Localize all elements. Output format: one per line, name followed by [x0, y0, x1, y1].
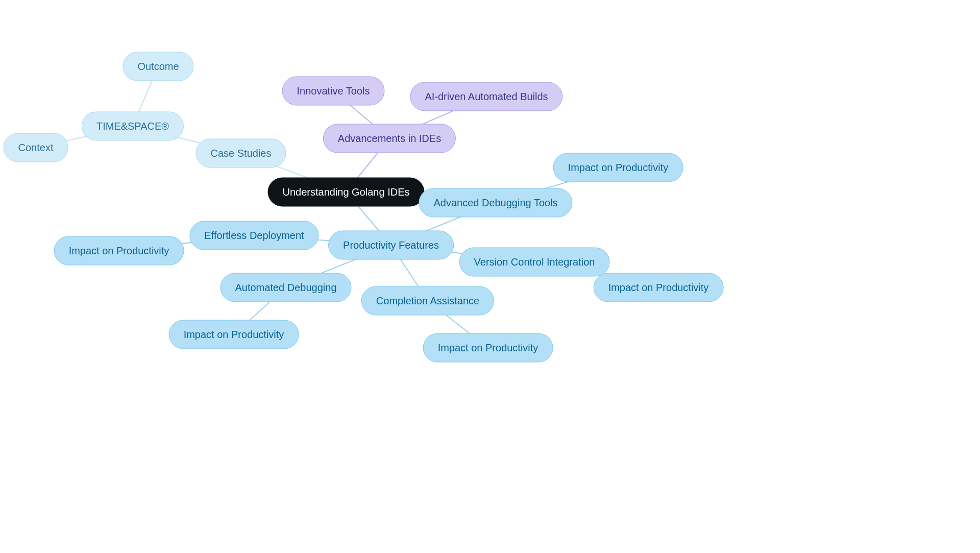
node-debug_impact[interactable]: Impact on Productivity	[553, 153, 683, 182]
node-ai_builds[interactable]: AI-driven Automated Builds	[410, 82, 562, 111]
node-timespace[interactable]: TIME&SPACE®	[82, 112, 184, 141]
node-auto_debug[interactable]: Automated Debugging	[220, 273, 351, 302]
node-innovative[interactable]: Innovative Tools	[282, 77, 384, 106]
node-completion_impact[interactable]: Impact on Productivity	[423, 333, 553, 363]
node-root[interactable]: Understanding Golang IDEs	[267, 178, 424, 207]
node-productivity[interactable]: Productivity Features	[328, 231, 454, 260]
node-completion[interactable]: Completion Assistance	[361, 286, 494, 316]
node-deploy[interactable]: Effortless Deployment	[189, 221, 318, 250]
node-advancements[interactable]: Advancements in IDEs	[323, 124, 456, 153]
node-vcs_impact[interactable]: Impact on Productivity	[594, 273, 724, 302]
node-outcome[interactable]: Outcome	[122, 52, 193, 81]
node-auto_debug_impact[interactable]: Impact on Productivity	[169, 320, 299, 349]
node-case_studies[interactable]: Case Studies	[196, 139, 286, 168]
node-deploy_impact[interactable]: Impact on Productivity	[54, 236, 184, 266]
node-debug_tools[interactable]: Advanced Debugging Tools	[419, 188, 572, 218]
node-vcs[interactable]: Version Control Integration	[459, 248, 610, 277]
node-context[interactable]: Context	[4, 133, 68, 162]
